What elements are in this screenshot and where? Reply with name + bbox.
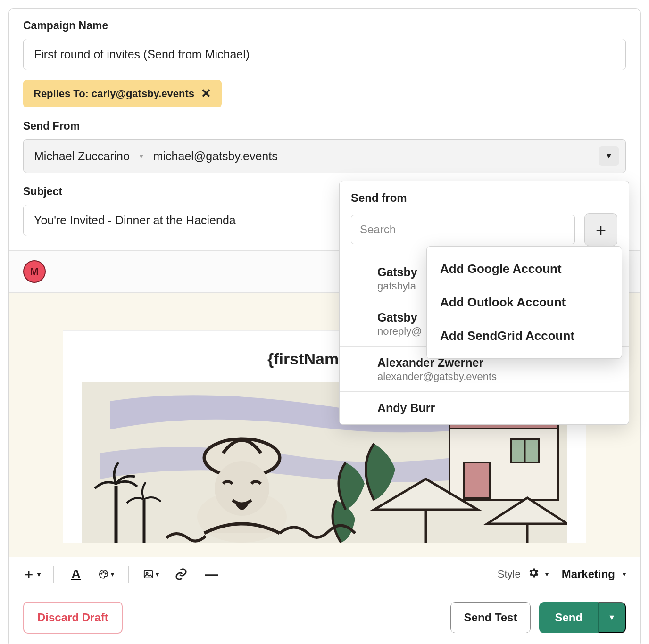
chevron-down-icon: ▼ bbox=[138, 152, 145, 160]
svg-point-15 bbox=[105, 573, 106, 574]
add-account-button[interactable]: ＋ bbox=[584, 213, 617, 246]
text-color-button[interactable]: A bbox=[68, 566, 84, 582]
popover-title: Send from bbox=[340, 181, 629, 213]
avatar: M bbox=[23, 260, 46, 283]
send-from-email: michael@gatsby.events bbox=[153, 149, 278, 163]
send-from-caret-button[interactable]: ▼ bbox=[599, 146, 619, 166]
sender-email: alexander@gatsby.events bbox=[377, 371, 617, 383]
chevron-down-icon[interactable]: ▾ bbox=[545, 570, 549, 578]
replies-to-text: Replies To: carly@gatsby.events bbox=[33, 88, 194, 100]
send-from-select[interactable]: Michael Zuccarino ▼ michael@gatsby.event… bbox=[23, 139, 626, 173]
close-icon[interactable]: ✕ bbox=[201, 86, 211, 101]
svg-rect-1 bbox=[115, 486, 117, 543]
send-caret-button[interactable]: ▼ bbox=[598, 602, 626, 633]
editor-toolbar: ＋▾ A ▾ ▾ — Style ▾ Marketing bbox=[9, 557, 640, 591]
campaign-name-label: Campaign Name bbox=[23, 19, 626, 32]
replies-to-chip: Replies To: carly@gatsby.events ✕ bbox=[23, 80, 222, 107]
svg-rect-2 bbox=[143, 500, 145, 543]
svg-point-13 bbox=[101, 573, 102, 574]
avatar-letter: M bbox=[30, 265, 39, 278]
add-google-account[interactable]: Add Google Account bbox=[427, 252, 622, 286]
svg-rect-10 bbox=[464, 462, 490, 498]
divider bbox=[53, 566, 54, 583]
plus-icon: ＋ bbox=[592, 218, 609, 241]
style-label: Style bbox=[498, 568, 521, 580]
send-from-popover: Send from ＋ Gatsby gatsbyla Gatsby norep… bbox=[339, 181, 629, 425]
mode-dropdown[interactable]: Marketing bbox=[562, 568, 615, 581]
campaign-name-input[interactable] bbox=[23, 39, 626, 70]
campaign-editor-panel: Campaign Name Replies To: carly@gatsby.e… bbox=[8, 8, 641, 644]
palette-button[interactable]: ▾ bbox=[98, 566, 114, 582]
svg-rect-16 bbox=[144, 570, 152, 578]
send-button[interactable]: Send bbox=[539, 602, 598, 633]
horizontal-rule-button[interactable]: — bbox=[203, 566, 219, 582]
divider bbox=[128, 566, 129, 583]
add-sendgrid-account[interactable]: Add SendGrid Account bbox=[427, 319, 622, 353]
discard-draft-button[interactable]: Discard Draft bbox=[23, 602, 123, 634]
sender-option[interactable]: Andy Burr bbox=[340, 391, 629, 424]
link-button[interactable] bbox=[173, 566, 189, 582]
send-from-label: Send From bbox=[23, 120, 626, 132]
send-from-name: Michael Zuccarino bbox=[34, 149, 130, 163]
add-outlook-account[interactable]: Add Outlook Account bbox=[427, 286, 622, 319]
search-input[interactable] bbox=[351, 215, 575, 244]
send-button-group: Send ▼ bbox=[539, 602, 626, 633]
svg-point-14 bbox=[103, 572, 104, 573]
sender-name: Andy Burr bbox=[377, 401, 617, 415]
send-test-button[interactable]: Send Test bbox=[450, 602, 531, 633]
footer-actions: Discard Draft Send Test Send ▼ bbox=[9, 591, 640, 644]
add-account-menu: Add Google Account Add Outlook Account A… bbox=[426, 246, 622, 359]
chevron-down-icon[interactable]: ▾ bbox=[623, 570, 626, 578]
gear-icon[interactable] bbox=[527, 567, 540, 582]
add-block-button[interactable]: ＋▾ bbox=[23, 566, 39, 582]
image-button[interactable]: ▾ bbox=[143, 566, 159, 582]
